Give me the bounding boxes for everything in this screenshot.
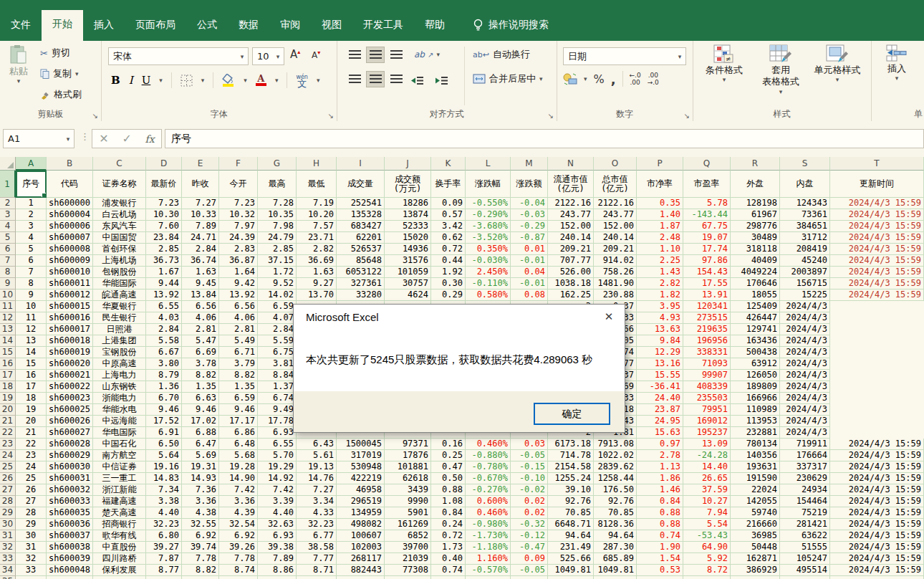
cell[interactable]: 281421 [780, 519, 830, 530]
cell[interactable]: 中国石化 [93, 439, 146, 450]
cell[interactable]: 24934 [780, 484, 830, 496]
row-number[interactable]: 35 [0, 576, 16, 579]
formula-bar-resizer[interactable]: ⋮ [80, 131, 90, 142]
column-header-C[interactable]: C [93, 157, 146, 171]
row-number[interactable]: 24 [0, 450, 16, 461]
cell[interactable]: 2.84 [182, 244, 219, 255]
cell[interactable]: 3.36 [182, 496, 219, 507]
cell[interactable]: sh600032 [47, 484, 93, 496]
cell[interactable]: 0.97 [637, 439, 683, 450]
cell[interactable]: 6.47 [182, 439, 219, 450]
align-right-button[interactable] [387, 71, 405, 87]
cell[interactable]: 6.70 [146, 393, 182, 404]
cell[interactable]: 5.58 [146, 335, 182, 347]
row-number[interactable]: 28 [0, 496, 16, 507]
cell[interactable]: 6.63 [182, 393, 219, 404]
cell[interactable]: sh600012 [47, 290, 93, 301]
cell[interactable]: 1.40 [637, 209, 683, 221]
cell[interactable]: 252541 [337, 198, 385, 209]
cell[interactable]: -0.29 [511, 221, 548, 232]
row-number[interactable]: 34 [0, 565, 16, 576]
cell[interactable]: 6.74 [258, 393, 297, 404]
cell[interactable]: sh600016 [47, 312, 93, 324]
cell[interactable]: 17 [16, 381, 47, 393]
cell[interactable]: 2024/4/3 15:59 [780, 358, 830, 370]
cell[interactable]: 2024/4/3 15:59 [830, 450, 924, 461]
cell[interactable]: 4.07 [258, 312, 297, 324]
cell[interactable]: 7.94 [683, 507, 731, 519]
row-number[interactable]: 19 [0, 393, 16, 404]
header-cell[interactable]: 流通市值 (亿元) [548, 171, 594, 198]
cell[interactable]: 6.56 [219, 301, 258, 312]
cell[interactable]: 20 [16, 416, 47, 427]
cell[interactable]: 0.35 [637, 198, 683, 209]
cell[interactable]: 216660 [731, 519, 780, 530]
cell[interactable]: 71093 [683, 358, 731, 370]
header-cell[interactable]: 涨跌幅 [466, 171, 511, 198]
cell[interactable]: 8.82 [182, 370, 219, 381]
cell[interactable]: 714.78 [548, 450, 594, 461]
cell[interactable]: 243.77 [548, 209, 594, 221]
cell[interactable]: -0.03 [511, 209, 548, 221]
cell[interactable]: 37.15 [258, 255, 297, 267]
cell[interactable]: 1.63 [182, 267, 219, 278]
cell[interactable]: 19.16 [146, 461, 182, 473]
cell[interactable]: 9.27 [297, 278, 337, 290]
cell[interactable]: 2024/4/3 15:59 [830, 209, 924, 221]
cell[interactable]: 华能国际 [93, 278, 146, 290]
column-header-S[interactable]: S [780, 157, 830, 171]
cell[interactable]: 161269 [385, 519, 431, 530]
cell[interactable] [146, 576, 182, 579]
cell[interactable]: sh600033 [47, 496, 93, 507]
row-number[interactable]: 33 [0, 553, 16, 565]
cell[interactable]: 2024/4/3 15:59 [830, 507, 924, 519]
cell[interactable] [297, 576, 337, 579]
cell[interactable]: 2024/4/3 16:00 [780, 324, 830, 335]
cell[interactable]: 102003 [337, 542, 385, 553]
cell[interactable]: 39.74 [182, 542, 219, 553]
header-cell[interactable]: 市盈率 [683, 171, 731, 198]
header-cell[interactable]: 今开 [219, 171, 258, 198]
cell[interactable]: 6648.71 [548, 519, 594, 530]
row-number[interactable]: 15 [0, 347, 16, 358]
cell[interactable]: 23.84 [146, 232, 182, 244]
cell[interactable]: 62201 [337, 232, 385, 244]
cell[interactable]: 9.44 [146, 278, 182, 290]
cell[interactable]: 日照港 [93, 324, 146, 335]
cell[interactable]: sh600017 [47, 324, 93, 335]
cell[interactable]: 19.07 [683, 232, 731, 244]
cell[interactable]: 2.25 [637, 255, 683, 267]
cell[interactable]: 东风汽车 [93, 221, 146, 232]
number-dialog-launcher[interactable]: ↘ [684, 113, 690, 120]
cell[interactable]: 3.80 [146, 358, 182, 370]
cell[interactable]: 79951 [683, 404, 731, 416]
row-number[interactable]: 29 [0, 507, 16, 519]
cell[interactable]: 162.25 [548, 290, 594, 301]
cell[interactable]: 2024/4/3 15:59 [780, 347, 830, 358]
cell[interactable]: 4.39 [219, 507, 258, 519]
cell[interactable]: 0.03 [511, 439, 548, 450]
cell[interactable]: 2.82 [297, 244, 337, 255]
cell[interactable]: 南方航空 [93, 450, 146, 461]
cell[interactable]: sh600011 [47, 278, 93, 290]
column-header-I[interactable]: I [337, 157, 385, 171]
cell[interactable]: -0.10 [511, 473, 548, 484]
cell[interactable]: -0.880% [466, 450, 511, 461]
cell[interactable]: 2.48 [637, 232, 683, 244]
cell[interactable]: 7.42 [258, 484, 297, 496]
cell[interactable]: 26.65 [683, 473, 731, 484]
cell[interactable]: 64.90 [683, 542, 731, 553]
cell[interactable]: 2024/4/3 15:59 [830, 473, 924, 484]
cell[interactable]: sh600036 [47, 519, 93, 530]
cell[interactable] [637, 576, 683, 579]
cell[interactable]: sh600037 [47, 530, 93, 542]
cell[interactable]: 24.79 [258, 232, 297, 244]
shrink-font-button[interactable]: A▾ [312, 49, 320, 60]
menu-tab[interactable]: 插入 [83, 11, 125, 41]
cell[interactable]: 525.66 [548, 553, 594, 565]
name-box[interactable]: A1 ▾ [3, 129, 74, 148]
cell[interactable]: 196956 [683, 335, 731, 347]
cell[interactable]: 7.28 [258, 198, 297, 209]
cell[interactable]: 101059 [385, 267, 431, 278]
cell[interactable]: sh600039 [47, 553, 93, 565]
